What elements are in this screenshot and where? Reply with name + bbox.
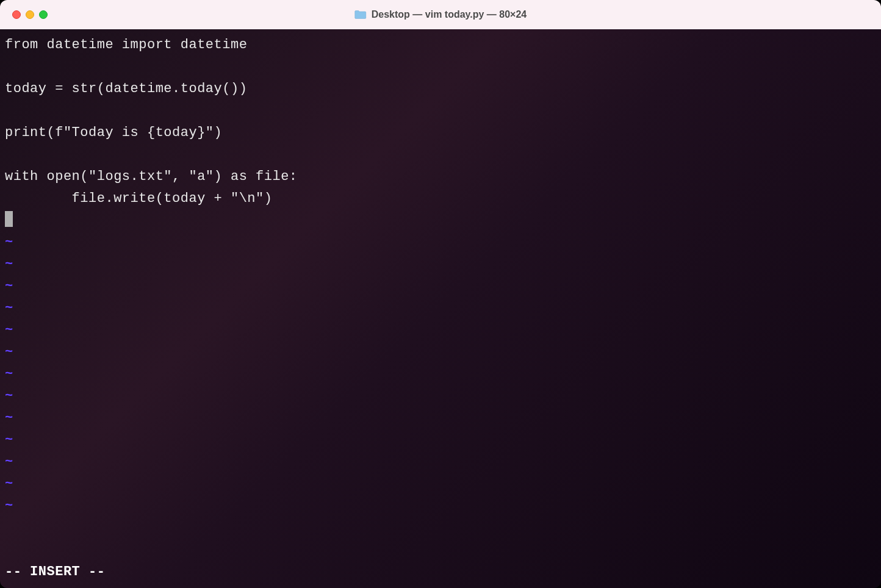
traffic-lights <box>12 10 48 19</box>
vim-status-line: -- INSERT -- <box>5 561 876 583</box>
cursor-line <box>5 210 876 232</box>
code-line <box>5 100 876 122</box>
cursor <box>5 211 13 227</box>
empty-line-tilde: ~ <box>5 364 876 385</box>
code-line: from datetime import datetime <box>5 34 876 56</box>
empty-line-tilde: ~ <box>5 276 876 298</box>
editor-area[interactable]: from datetime import datetimetoday = str… <box>5 34 876 561</box>
code-line: file.write(today + "\n") <box>5 188 876 210</box>
zoom-button[interactable] <box>39 10 48 19</box>
empty-line-tilde: ~ <box>5 429 876 451</box>
close-button[interactable] <box>12 10 21 19</box>
empty-line-tilde: ~ <box>5 473 876 495</box>
title-container: Desktop — vim today.py — 80×24 <box>354 9 527 20</box>
empty-line-tilde: ~ <box>5 232 876 254</box>
code-line: print(f"Today is {today}") <box>5 122 876 144</box>
empty-line-tilde: ~ <box>5 254 876 276</box>
empty-line-tilde: ~ <box>5 385 876 407</box>
code-line <box>5 56 876 78</box>
code-line <box>5 144 876 166</box>
empty-line-tilde: ~ <box>5 320 876 342</box>
empty-line-tilde: ~ <box>5 451 876 473</box>
titlebar[interactable]: Desktop — vim today.py — 80×24 <box>0 0 881 29</box>
empty-line-tilde: ~ <box>5 342 876 364</box>
code-line: today = str(datetime.today()) <box>5 78 876 100</box>
folder-icon <box>354 10 367 20</box>
code-line: with open("logs.txt", "a") as file: <box>5 166 876 188</box>
empty-line-tilde: ~ <box>5 298 876 320</box>
terminal-content[interactable]: from datetime import datetimetoday = str… <box>0 29 881 588</box>
terminal-window: Desktop — vim today.py — 80×24 from date… <box>0 0 881 588</box>
window-title: Desktop — vim today.py — 80×24 <box>372 9 527 20</box>
minimize-button[interactable] <box>26 10 34 19</box>
empty-line-tilde: ~ <box>5 407 876 429</box>
empty-line-tilde: ~ <box>5 495 876 517</box>
